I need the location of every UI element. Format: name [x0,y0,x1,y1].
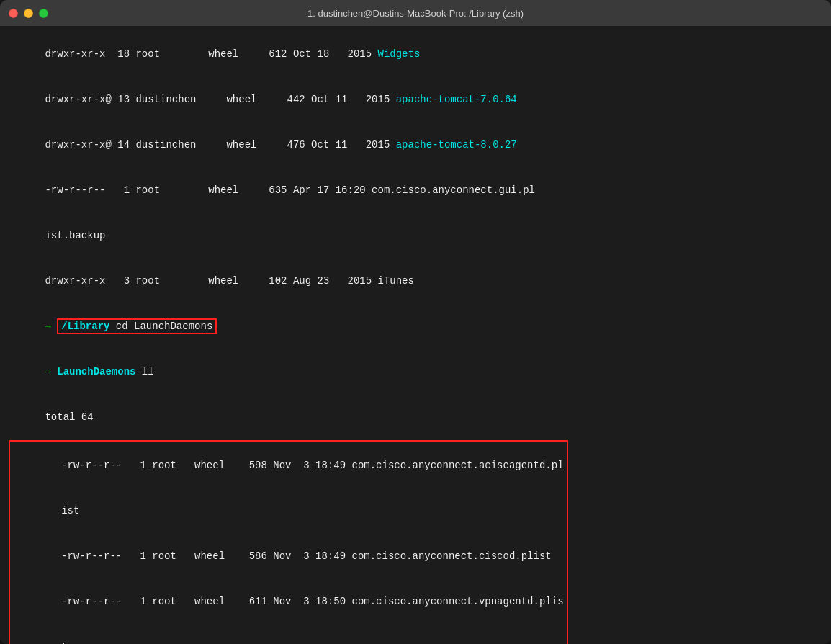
ls-row-vpnagentd-2: t [13,625,564,644]
ls-row-tomcat8: drwxr-xr-x@ 14 dustinchen wheel 476 Oct … [9,122,822,168]
ls-row-itunes: drwxr-xr-x 3 root wheel 102 Aug 23 2015 … [9,259,822,304]
cisco-highlight-box: -rw-r--r-- 1 root wheel 598 Nov 3 18:49 … [9,440,568,644]
prompt-ll: → LaunchDaemons ll [9,349,822,395]
maximize-button[interactable] [39,9,48,18]
terminal-body[interactable]: drwxr-xr-x 18 root wheel 612 Oct 18 2015… [0,26,831,644]
ls-row-tomcat7: drwxr-xr-x@ 13 dustinchen wheel 442 Oct … [9,77,822,122]
minimize-button[interactable] [24,9,33,18]
terminal-window: 1. dustinchen@Dustins-MacBook-Pro: /Libr… [0,0,831,644]
ls-row-cisco-gui-2: ist.backup [9,213,822,259]
close-button[interactable] [9,9,18,18]
traffic-lights [9,9,48,18]
ls-row-vpnagentd: -rw-r--r-- 1 root wheel 611 Nov 3 18:50 … [13,579,564,625]
ls-row-aciseagentd: -rw-r--r-- 1 root wheel 598 Nov 3 18:49 … [13,443,564,488]
ls-row-widgets: drwxr-xr-x 18 root wheel 612 Oct 18 2015… [9,32,822,77]
ls-row-cisco-gui: -rw-r--r-- 1 root wheel 635 Apr 17 16:20… [9,168,822,213]
window-title: 1. dustinchen@Dustins-MacBook-Pro: /Libr… [307,8,524,19]
prompt-cd-launchdaemons: → /Library cd LaunchDaemons [9,304,822,349]
total-line: total 64 [9,395,822,440]
ls-row-aciseagentd-2: ist [13,488,564,534]
ls-row-ciscod: -rw-r--r-- 1 root wheel 586 Nov 3 18:49 … [13,534,564,579]
title-bar: 1. dustinchen@Dustins-MacBook-Pro: /Libr… [0,0,831,26]
